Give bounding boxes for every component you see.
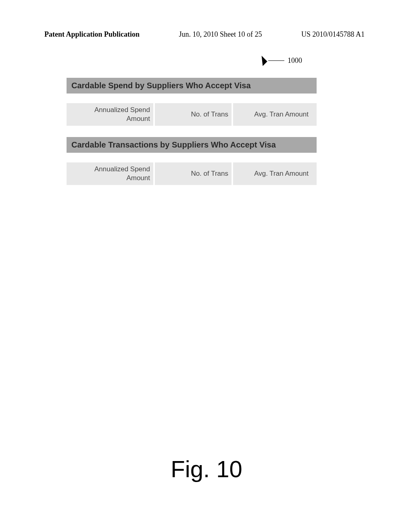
content-area: Cardable Spend by Suppliers Who Accept V…	[67, 78, 317, 196]
header-date-sheet: Jun. 10, 2010 Sheet 10 of 25	[179, 30, 262, 39]
figure-number: 1000	[288, 56, 302, 65]
figure-reference-label: 1000	[258, 56, 302, 65]
column-header-spend: Annualized Spend Amount	[67, 162, 153, 185]
column-headers-1: Annualized Spend Amount No. of Trans Avg…	[67, 103, 317, 126]
column-header-spend: Annualized Spend Amount	[67, 103, 153, 126]
column-header-avg: Avg. Tran Amount	[233, 103, 317, 126]
header-publication: Patent Application Publication	[44, 30, 140, 39]
column-header-trans: No. of Trans	[155, 162, 232, 185]
column-header-avg: Avg. Tran Amount	[233, 162, 317, 185]
leader-line	[268, 60, 284, 61]
header-patent-number: US 2010/0145788 A1	[301, 30, 365, 39]
figure-caption: Fig. 10	[0, 455, 413, 482]
arrow-icon	[257, 56, 267, 66]
column-headers-2: Annualized Spend Amount No. of Trans Avg…	[67, 162, 317, 185]
section-title-1: Cardable Spend by Suppliers Who Accept V…	[67, 78, 317, 94]
section-title-2: Cardable Transactions by Suppliers Who A…	[67, 137, 317, 153]
page-header: Patent Application Publication Jun. 10, …	[44, 30, 365, 39]
column-header-trans: No. of Trans	[155, 103, 232, 126]
